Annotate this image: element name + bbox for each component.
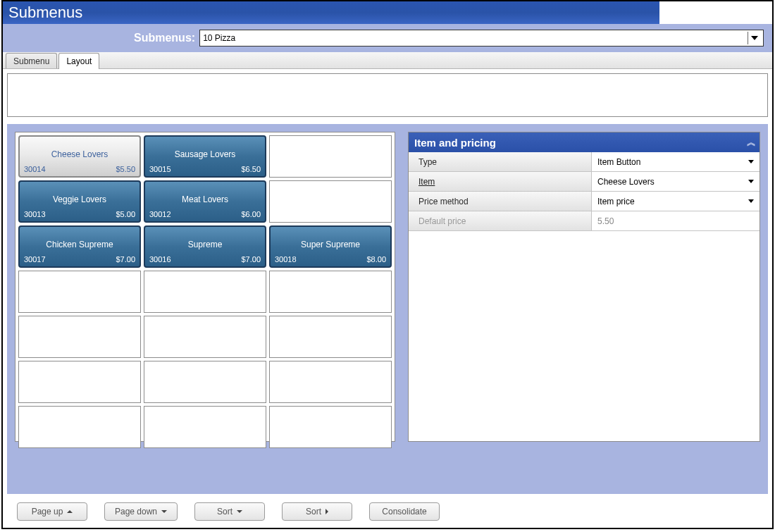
item-name: Veggie Lovers bbox=[20, 194, 140, 204]
window-title: Submenus bbox=[8, 4, 82, 22]
item-price: $6.00 bbox=[241, 210, 261, 218]
property-value[interactable]: Item Button bbox=[592, 152, 760, 171]
layout-grid: Cheese Lovers30014$5.50Sausage Lovers300… bbox=[18, 135, 392, 448]
item-name: Cheese Lovers bbox=[20, 149, 140, 159]
empty-cell[interactable] bbox=[18, 406, 141, 448]
empty-cell[interactable] bbox=[269, 271, 392, 313]
dropdown-icon bbox=[748, 32, 760, 44]
property-value: 5.50 bbox=[592, 211, 760, 230]
item-code: 30016 bbox=[149, 255, 171, 264]
property-row: Default price5.50 bbox=[409, 211, 760, 231]
property-value-text: Item Button bbox=[597, 157, 640, 167]
item-code: 30015 bbox=[149, 165, 171, 173]
arrow-right-icon bbox=[326, 509, 328, 514]
sort-down-button[interactable]: Sort bbox=[194, 502, 265, 521]
item-price: $8.00 bbox=[366, 255, 386, 264]
property-row: ItemCheese Lovers bbox=[409, 172, 760, 192]
property-label: Price method bbox=[409, 192, 592, 211]
item-price: $7.00 bbox=[116, 255, 135, 264]
button-label: Sort bbox=[217, 507, 232, 516]
item-button[interactable]: Supreme30016$7.00 bbox=[144, 225, 266, 268]
button-label: Page up bbox=[32, 507, 63, 516]
dropdown-icon bbox=[748, 199, 754, 203]
property-value-text: Item price bbox=[597, 197, 635, 206]
property-value-text: 5.50 bbox=[597, 216, 614, 226]
property-value[interactable]: Cheese Lovers bbox=[592, 172, 760, 191]
empty-cell[interactable] bbox=[269, 406, 392, 448]
tab-label: Layout bbox=[66, 56, 92, 66]
layout-grid-panel: Cheese Lovers30014$5.50Sausage Lovers300… bbox=[15, 132, 395, 442]
item-price: $7.00 bbox=[241, 255, 261, 264]
item-code: 30017 bbox=[24, 255, 46, 264]
item-name: Chicken Supreme bbox=[20, 240, 140, 249]
consolidate-button[interactable]: Consolidate bbox=[369, 502, 440, 521]
dropdown-icon bbox=[748, 160, 754, 163]
button-label: Page down bbox=[115, 507, 157, 516]
empty-cell[interactable] bbox=[18, 316, 141, 358]
title-bar-right-box bbox=[659, 1, 772, 24]
item-name: Super Supreme bbox=[271, 240, 390, 249]
submenu-select-label: Submenus: bbox=[134, 32, 195, 44]
property-label: Default price bbox=[409, 211, 592, 230]
item-price: $6.50 bbox=[241, 165, 261, 173]
arrow-up-icon bbox=[67, 510, 73, 513]
property-row: TypeItem Button bbox=[409, 152, 760, 172]
item-name: Meat Lovers bbox=[145, 194, 265, 204]
dropdown-icon bbox=[748, 180, 754, 183]
page-down-button[interactable]: Page down bbox=[104, 502, 178, 521]
empty-cell[interactable] bbox=[269, 135, 392, 178]
empty-cell[interactable] bbox=[269, 361, 392, 403]
item-button[interactable]: Veggie Lovers30013$5.00 bbox=[18, 180, 141, 223]
button-label: Sort bbox=[306, 507, 321, 516]
property-panel: Item and pricing ︽ TypeItem ButtonItemCh… bbox=[408, 132, 760, 442]
title-bar: Submenus bbox=[3, 1, 772, 24]
empty-cell[interactable] bbox=[269, 180, 392, 223]
item-button[interactable]: Chicken Supreme30017$7.00 bbox=[18, 225, 141, 268]
collapse-icon: ︽ bbox=[747, 136, 754, 149]
tab-layout[interactable]: Layout bbox=[58, 53, 99, 69]
submenu-select-value: 10 Pizza bbox=[203, 33, 235, 43]
arrow-down-icon bbox=[237, 510, 242, 513]
item-price: $5.50 bbox=[116, 165, 135, 173]
item-button[interactable]: Meat Lovers30012$6.00 bbox=[144, 180, 266, 223]
empty-cell[interactable] bbox=[144, 271, 266, 313]
item-button[interactable]: Cheese Lovers30014$5.50 bbox=[18, 135, 141, 178]
property-panel-header[interactable]: Item and pricing ︽ bbox=[409, 132, 760, 152]
item-code: 30014 bbox=[24, 165, 46, 173]
item-name: Supreme bbox=[145, 240, 265, 249]
empty-cell[interactable] bbox=[18, 361, 141, 403]
property-panel-title: Item and pricing bbox=[414, 137, 496, 149]
submenu-select[interactable]: 10 Pizza bbox=[199, 30, 764, 47]
info-box bbox=[7, 73, 768, 117]
empty-cell[interactable] bbox=[18, 271, 141, 313]
tab-strip: Submenu Layout bbox=[3, 52, 772, 69]
sort-right-button[interactable]: Sort bbox=[282, 502, 352, 521]
item-code: 30012 bbox=[149, 210, 171, 218]
arrow-down-icon bbox=[161, 510, 167, 513]
item-code: 30013 bbox=[24, 210, 46, 218]
empty-cell[interactable] bbox=[144, 361, 266, 403]
item-button[interactable]: Sausage Lovers30015$6.50 bbox=[144, 135, 266, 178]
tab-submenu[interactable]: Submenu bbox=[6, 53, 57, 68]
item-button[interactable]: Super Supreme30018$8.00 bbox=[269, 225, 392, 268]
item-name: Sausage Lovers bbox=[145, 149, 265, 159]
submenu-toolbar: Submenus: 10 Pizza bbox=[3, 24, 772, 52]
footer-buttons: Page up Page down Sort Sort Consolidate bbox=[3, 498, 772, 528]
property-label[interactable]: Item bbox=[409, 172, 592, 191]
tab-label: Submenu bbox=[13, 56, 49, 66]
empty-cell[interactable] bbox=[144, 406, 266, 448]
item-price: $5.00 bbox=[116, 210, 135, 218]
app-window: Submenus Submenus: 10 Pizza Submenu Layo… bbox=[1, 0, 774, 529]
property-value[interactable]: Item price bbox=[592, 192, 760, 211]
empty-cell[interactable] bbox=[144, 316, 266, 358]
body-area: Cheese Lovers30014$5.50Sausage Lovers300… bbox=[3, 69, 772, 498]
item-code: 30018 bbox=[275, 255, 297, 264]
page-up-button[interactable]: Page up bbox=[17, 502, 87, 521]
button-label: Consolidate bbox=[382, 507, 426, 516]
work-area: Cheese Lovers30014$5.50Sausage Lovers300… bbox=[7, 124, 768, 494]
property-label: Type bbox=[409, 152, 592, 171]
property-row: Price methodItem price bbox=[409, 192, 760, 211]
empty-cell[interactable] bbox=[269, 316, 392, 358]
property-value-text: Cheese Lovers bbox=[597, 177, 655, 187]
